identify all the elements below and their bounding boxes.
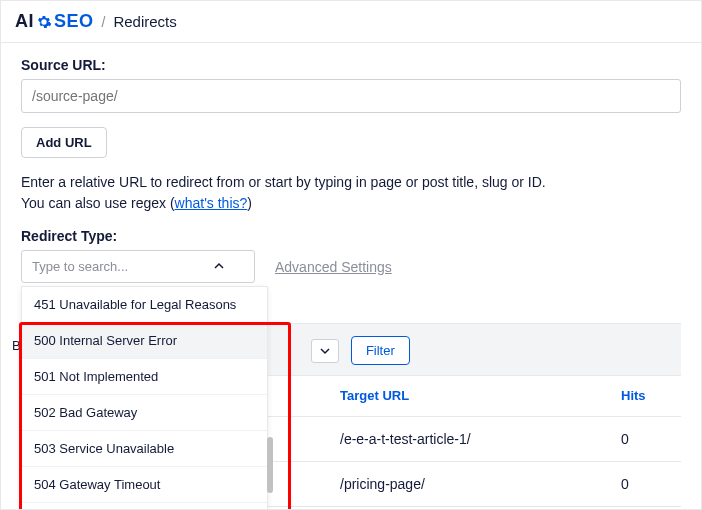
col-target[interactable]: Target URL: [340, 388, 621, 404]
chevron-up-icon: [214, 259, 224, 274]
filter-button[interactable]: Filter: [351, 336, 410, 365]
col-hits[interactable]: Hits: [621, 388, 671, 404]
redirect-type-placeholder: Type to search...: [32, 259, 128, 274]
logo-aio-text: AI: [15, 11, 34, 32]
main-content: Source URL: Add URL Enter a relative URL…: [1, 43, 701, 510]
help-text: Enter a relative URL to redirect from or…: [21, 172, 681, 214]
option-501[interactable]: 501 Not Implemented: [22, 359, 267, 395]
logo-seo-text: SEO: [54, 11, 94, 32]
app-header: AI SEO / Redirects: [1, 1, 701, 43]
breadcrumb-separator: /: [102, 14, 106, 30]
add-url-button[interactable]: Add URL: [21, 127, 107, 158]
option-500[interactable]: 500 Internal Server Error: [22, 323, 267, 359]
target-url-cell: /e-e-a-t-test-article-1/: [340, 431, 621, 447]
source-url-label: Source URL:: [21, 57, 681, 73]
option-505[interactable]: 505 HTTP Version Not Supported: [22, 503, 267, 510]
option-502[interactable]: 502 Bad Gateway: [22, 395, 267, 431]
gear-icon: [35, 13, 53, 31]
breadcrumb: Redirects: [113, 13, 176, 30]
target-url-cell: /pricing-page/: [340, 476, 621, 492]
redirect-type-label: Redirect Type:: [21, 228, 681, 244]
source-url-input[interactable]: [21, 79, 681, 113]
option-451[interactable]: 451 Unavailable for Legal Reasons: [22, 287, 267, 323]
redirect-type-dropdown: 451 Unavailable for Legal Reasons 500 In…: [21, 286, 268, 510]
hits-cell: 0: [621, 431, 671, 447]
advanced-settings-link[interactable]: Advanced Settings: [275, 259, 392, 275]
chevron-down-icon: [320, 346, 330, 356]
whats-this-link[interactable]: what's this?: [175, 195, 248, 211]
help-line-1: Enter a relative URL to redirect from or…: [21, 174, 546, 190]
logo: AI SEO: [15, 11, 94, 32]
redirect-type-display[interactable]: Type to search...: [21, 250, 255, 283]
hits-cell: 0: [621, 476, 671, 492]
option-504[interactable]: 504 Gateway Timeout: [22, 467, 267, 503]
bulk-prefix: B: [12, 338, 21, 353]
redirect-type-select[interactable]: Type to search... 451 Unavailable for Le…: [21, 250, 255, 283]
scrollbar-thumb[interactable]: [267, 437, 273, 493]
help-line-2: You can also use regex (: [21, 195, 175, 211]
option-503[interactable]: 503 Service Unavailable: [22, 431, 267, 467]
help-line-3: ): [247, 195, 252, 211]
group-select[interactable]: [311, 339, 339, 363]
